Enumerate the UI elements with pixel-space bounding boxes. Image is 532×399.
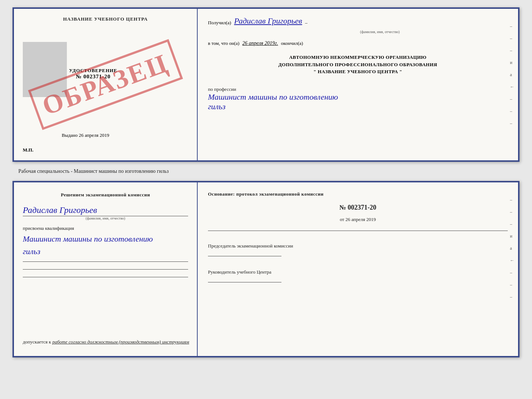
org-line2: ДОПОЛНИТЕЛЬНОГО ПРОФЕССИОНАЛЬНОГО ОБРАЗО… — [208, 61, 508, 68]
osnovanie-label: Основание: протокол экзаменационной коми… — [208, 191, 508, 197]
bottom-left-title: Решением экзаменационной комиссии — [23, 191, 188, 199]
okonchil-label: окончил(а) — [281, 40, 303, 46]
protocol-date: от 26 апреля 2019 — [208, 217, 508, 222]
recipient-name: Радислав Григорьев — [234, 16, 302, 26]
bottom-name: Радислав Григорьев — [23, 205, 188, 216]
bottom-fio-sub: (фамилия, имя, отчество) — [23, 216, 188, 220]
predsedatel-block: Председатель экзаменационной комиссии — [208, 243, 508, 256]
vydano-block: Выдано 26 апреля 2019 — [62, 132, 109, 138]
profession-line2: гильз — [208, 102, 508, 111]
udostoverenie-label: УДОСТОВЕРЕНИЕ — [69, 68, 117, 74]
org-line1: АВТОНОМНУЮ НЕКОММЕРЧЕСКУЮ ОРГАНИЗАЦИЮ — [208, 54, 508, 61]
rukovoditel-block: Руководитель учебного Центра — [208, 269, 508, 282]
bottom-line-3 — [23, 277, 188, 277]
bottom-profession-line1: Машинист машины по изготовлению — [23, 234, 188, 244]
bottom-right-panel: Основание: протокол экзаменационной коми… — [198, 182, 518, 356]
po-professii: по профессии — [208, 86, 508, 92]
predsedatel-label: Председатель экзаменационной комиссии — [208, 243, 508, 249]
profession-line1: Машинист машины по изготовлению — [208, 92, 508, 102]
protocol-num: № 002371-20 — [208, 204, 508, 211]
org-block: АВТОНОМНУЮ НЕКОММЕРЧЕСКУЮ ОРГАНИЗАЦИЮ ДО… — [208, 54, 508, 75]
date-handwritten: 26 апреля 2019г. — [242, 40, 278, 46]
org-name: " НАЗВАНИЕ УЧЕБНОГО ЦЕНТРА " — [208, 68, 508, 75]
fio-sub: (фамилия, имя, отчество) — [360, 30, 400, 34]
udostoverenie-num: № 002371-20 — [69, 74, 117, 80]
dopuskaetsya-hw: работе согласно должностным (производств… — [52, 339, 189, 345]
photo-placeholder — [23, 42, 67, 97]
dash-1: – — [305, 20, 308, 26]
dopuskaetsya-block: допускается к работе согласно должностны… — [23, 339, 189, 345]
bottom-line-1 — [23, 261, 188, 262]
predsedatel-sig-line — [208, 256, 281, 256]
side-marks: – – – и а ← – – – — [510, 24, 514, 126]
udostoverenie-block: УДОСТОВЕРЕНИЕ № 002371-20 — [69, 68, 117, 80]
top-document: НАЗВАНИЕ УЧЕБНОГО ЦЕНТРА УДОСТОВЕРЕНИЕ №… — [12, 7, 520, 162]
dopuskaetsya-label: допускается к — [23, 339, 51, 345]
poluchil-label: Получил(а) — [208, 20, 231, 26]
bottom-left-panel: Решением экзаменационной комиссии Радисл… — [14, 182, 198, 356]
vtom-label: в том, что он(а) — [208, 40, 240, 46]
bottom-line-2 — [23, 269, 188, 270]
ot-label: от — [340, 217, 344, 222]
rukovoditel-sig-line — [208, 282, 281, 282]
prisvoena-label: присвоена квалификация — [23, 225, 188, 231]
top-left-panel: НАЗВАНИЕ УЧЕБНОГО ЦЕНТРА УДОСТОВЕРЕНИЕ №… — [14, 9, 198, 160]
vydano-label: Выдано — [62, 132, 78, 138]
mp-label: М.П. — [23, 147, 33, 153]
ot-date: 26 апреля 2019 — [345, 217, 376, 222]
top-right-panel: Получил(а) Радислав Григорьев – (фамилия… — [198, 9, 518, 160]
vydano-date: 26 апреля 2019 — [79, 132, 109, 138]
bottom-side-marks: – – – и а ← – – – — [510, 197, 514, 300]
top-left-title: НАЗВАНИЕ УЧЕБНОГО ЦЕНТРА — [23, 16, 188, 22]
bottom-profession-line2: гильз — [23, 247, 188, 256]
bottom-document: Решением экзаменационной комиссии Радисл… — [12, 181, 520, 357]
rukovoditel-label: Руководитель учебного Центра — [208, 269, 508, 275]
separator-text: Рабочая специальность - Машинист машины … — [7, 168, 169, 174]
